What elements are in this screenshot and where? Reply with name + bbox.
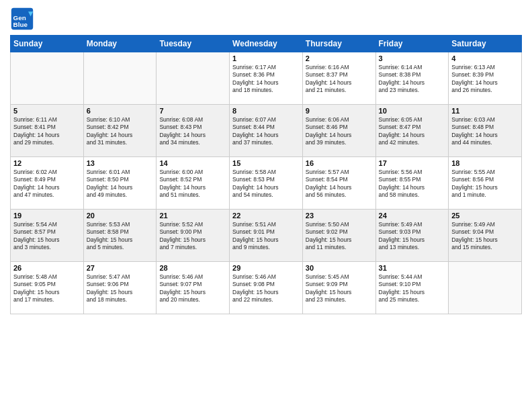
calendar-day-cell: 8Sunrise: 6:07 AM Sunset: 8:44 PM Daylig… <box>230 105 303 157</box>
day-info: Sunrise: 5:53 AM Sunset: 8:58 PM Dayligh… <box>87 221 154 252</box>
day-number: 22 <box>232 212 300 220</box>
day-number: 3 <box>379 54 446 62</box>
calendar-day-cell: 9Sunrise: 6:06 AM Sunset: 8:46 PM Daylig… <box>302 105 375 157</box>
day-number: 21 <box>159 212 226 220</box>
day-info: Sunrise: 6:14 AM Sunset: 8:38 PM Dayligh… <box>379 64 446 95</box>
calendar-day-cell: 20Sunrise: 5:53 AM Sunset: 8:58 PM Dayli… <box>83 210 157 262</box>
calendar-day-cell: 30Sunrise: 5:45 AM Sunset: 9:09 PM Dayli… <box>302 262 375 314</box>
calendar-day-cell <box>11 52 84 105</box>
calendar-day-header: Thursday <box>302 36 375 52</box>
calendar-week-row: 5Sunrise: 6:11 AM Sunset: 8:41 PM Daylig… <box>11 105 522 157</box>
day-number: 1 <box>232 54 300 62</box>
day-number: 8 <box>232 107 300 115</box>
day-info: Sunrise: 5:50 AM Sunset: 9:02 PM Dayligh… <box>306 221 373 252</box>
calendar-week-row: 1Sunrise: 6:17 AM Sunset: 8:36 PM Daylig… <box>11 52 522 105</box>
calendar-day-cell: 18Sunrise: 5:55 AM Sunset: 8:56 PM Dayli… <box>449 157 522 210</box>
calendar-day-cell: 7Sunrise: 6:08 AM Sunset: 8:43 PM Daylig… <box>157 105 230 157</box>
calendar-day-cell: 17Sunrise: 5:56 AM Sunset: 8:55 PM Dayli… <box>375 157 449 210</box>
svg-text:Blue: Blue <box>13 21 28 28</box>
calendar-day-cell: 28Sunrise: 5:46 AM Sunset: 9:07 PM Dayli… <box>157 262 230 314</box>
calendar-day-cell: 29Sunrise: 5:46 AM Sunset: 9:08 PM Dayli… <box>230 262 303 314</box>
calendar-day-cell: 2Sunrise: 6:16 AM Sunset: 8:37 PM Daylig… <box>302 52 375 105</box>
day-number: 4 <box>451 54 519 62</box>
day-number: 12 <box>13 159 81 167</box>
calendar-day-cell: 5Sunrise: 6:11 AM Sunset: 8:41 PM Daylig… <box>11 105 84 157</box>
day-info: Sunrise: 6:00 AM Sunset: 8:52 PM Dayligh… <box>159 169 226 199</box>
day-info: Sunrise: 5:47 AM Sunset: 9:06 PM Dayligh… <box>87 273 154 304</box>
day-number: 9 <box>306 107 373 115</box>
day-number: 7 <box>159 107 226 115</box>
day-number: 26 <box>13 264 81 272</box>
calendar-day-cell: 19Sunrise: 5:54 AM Sunset: 8:57 PM Dayli… <box>11 210 84 262</box>
day-number: 11 <box>451 107 519 115</box>
day-info: Sunrise: 6:06 AM Sunset: 8:46 PM Dayligh… <box>306 116 373 147</box>
calendar-day-header: Saturday <box>449 36 522 52</box>
day-info: Sunrise: 6:17 AM Sunset: 8:36 PM Dayligh… <box>232 64 300 95</box>
day-number: 6 <box>87 107 154 115</box>
day-number: 29 <box>232 264 300 272</box>
calendar-day-cell: 31Sunrise: 5:44 AM Sunset: 9:10 PM Dayli… <box>375 262 449 314</box>
calendar-day-cell: 27Sunrise: 5:47 AM Sunset: 9:06 PM Dayli… <box>83 262 157 314</box>
day-info: Sunrise: 6:03 AM Sunset: 8:48 PM Dayligh… <box>451 116 519 147</box>
day-info: Sunrise: 6:11 AM Sunset: 8:41 PM Dayligh… <box>13 116 81 147</box>
day-number: 24 <box>379 212 446 220</box>
calendar-day-cell: 22Sunrise: 5:51 AM Sunset: 9:01 PM Dayli… <box>230 210 303 262</box>
calendar-header-row: SundayMondayTuesdayWednesdayThursdayFrid… <box>11 36 522 52</box>
day-info: Sunrise: 5:51 AM Sunset: 9:01 PM Dayligh… <box>232 221 300 252</box>
calendar-day-cell: 10Sunrise: 6:05 AM Sunset: 8:47 PM Dayli… <box>375 105 449 157</box>
calendar-day-cell: 23Sunrise: 5:50 AM Sunset: 9:02 PM Dayli… <box>302 210 375 262</box>
calendar-day-header: Wednesday <box>230 36 303 52</box>
calendar-day-cell: 3Sunrise: 6:14 AM Sunset: 8:38 PM Daylig… <box>375 52 449 105</box>
calendar-day-cell <box>157 52 230 105</box>
day-info: Sunrise: 5:54 AM Sunset: 8:57 PM Dayligh… <box>13 221 81 252</box>
day-info: Sunrise: 5:56 AM Sunset: 8:55 PM Dayligh… <box>379 169 446 199</box>
day-number: 18 <box>451 159 519 167</box>
day-number: 15 <box>232 159 300 167</box>
day-info: Sunrise: 5:46 AM Sunset: 9:08 PM Dayligh… <box>232 273 300 304</box>
day-number: 20 <box>87 212 154 220</box>
day-info: Sunrise: 5:44 AM Sunset: 9:10 PM Dayligh… <box>379 273 446 304</box>
day-info: Sunrise: 6:05 AM Sunset: 8:47 PM Dayligh… <box>379 116 446 147</box>
calendar-week-row: 12Sunrise: 6:02 AM Sunset: 8:49 PM Dayli… <box>11 157 522 210</box>
day-info: Sunrise: 5:49 AM Sunset: 9:03 PM Dayligh… <box>379 221 446 252</box>
day-info: Sunrise: 5:46 AM Sunset: 9:07 PM Dayligh… <box>159 273 226 304</box>
calendar-table: SundayMondayTuesdayWednesdayThursdayFrid… <box>10 35 522 314</box>
day-number: 27 <box>87 264 154 272</box>
day-number: 5 <box>13 107 81 115</box>
day-info: Sunrise: 6:10 AM Sunset: 8:42 PM Dayligh… <box>87 116 154 147</box>
day-info: Sunrise: 5:48 AM Sunset: 9:05 PM Dayligh… <box>13 273 81 304</box>
day-info: Sunrise: 5:57 AM Sunset: 8:54 PM Dayligh… <box>306 169 373 199</box>
day-number: 14 <box>159 159 226 167</box>
calendar-week-row: 19Sunrise: 5:54 AM Sunset: 8:57 PM Dayli… <box>11 210 522 262</box>
calendar-day-header: Sunday <box>11 36 84 52</box>
calendar-day-cell: 6Sunrise: 6:10 AM Sunset: 8:42 PM Daylig… <box>83 105 157 157</box>
day-number: 2 <box>306 54 373 62</box>
calendar-day-cell: 16Sunrise: 5:57 AM Sunset: 8:54 PM Dayli… <box>302 157 375 210</box>
day-number: 17 <box>379 159 446 167</box>
day-number: 31 <box>379 264 446 272</box>
day-number: 23 <box>306 212 373 220</box>
calendar-day-cell: 26Sunrise: 5:48 AM Sunset: 9:05 PM Dayli… <box>11 262 84 314</box>
day-info: Sunrise: 6:01 AM Sunset: 8:50 PM Dayligh… <box>87 169 154 199</box>
calendar-week-row: 26Sunrise: 5:48 AM Sunset: 9:05 PM Dayli… <box>11 262 522 314</box>
calendar-day-cell: 21Sunrise: 5:52 AM Sunset: 9:00 PM Dayli… <box>157 210 230 262</box>
page-header: Gen Blue <box>10 7 522 31</box>
day-number: 19 <box>13 212 81 220</box>
calendar-day-cell <box>83 52 157 105</box>
calendar-day-cell: 1Sunrise: 6:17 AM Sunset: 8:36 PM Daylig… <box>230 52 303 105</box>
calendar-day-header: Monday <box>83 36 157 52</box>
day-info: Sunrise: 5:49 AM Sunset: 9:04 PM Dayligh… <box>451 221 519 252</box>
day-number: 28 <box>159 264 226 272</box>
day-number: 30 <box>306 264 373 272</box>
day-number: 16 <box>306 159 373 167</box>
logo-icon: Gen Blue <box>10 7 34 31</box>
day-number: 13 <box>87 159 154 167</box>
day-info: Sunrise: 5:52 AM Sunset: 9:00 PM Dayligh… <box>159 221 226 252</box>
calendar-day-cell: 14Sunrise: 6:00 AM Sunset: 8:52 PM Dayli… <box>157 157 230 210</box>
calendar-day-cell: 15Sunrise: 5:58 AM Sunset: 8:53 PM Dayli… <box>230 157 303 210</box>
calendar-day-cell: 13Sunrise: 6:01 AM Sunset: 8:50 PM Dayli… <box>83 157 157 210</box>
calendar-day-cell: 12Sunrise: 6:02 AM Sunset: 8:49 PM Dayli… <box>11 157 84 210</box>
day-info: Sunrise: 6:08 AM Sunset: 8:43 PM Dayligh… <box>159 116 226 147</box>
calendar-day-cell <box>449 262 522 314</box>
day-info: Sunrise: 5:45 AM Sunset: 9:09 PM Dayligh… <box>306 273 373 304</box>
